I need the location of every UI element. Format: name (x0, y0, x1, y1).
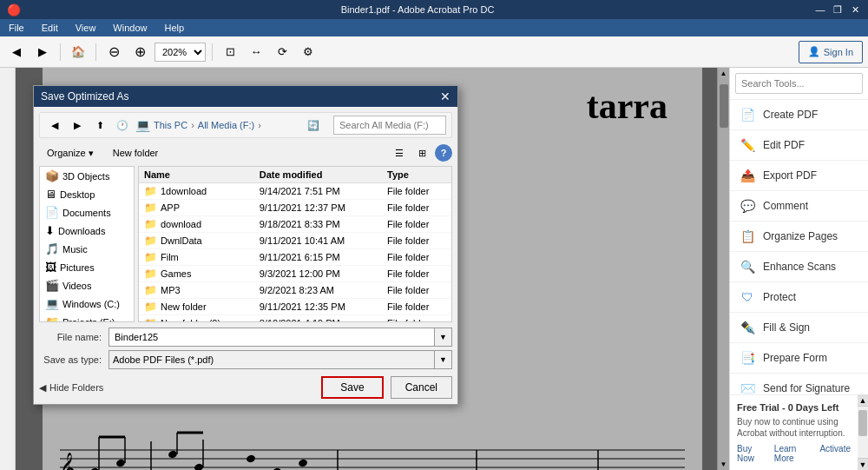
search-input[interactable] (333, 116, 446, 135)
right-scroll-down[interactable]: ▼ (858, 458, 868, 470)
tool-item[interactable]: 📋 Organize Pages (730, 222, 868, 252)
table-row[interactable]: 📁MP3 9/2/2021 8:23 AM File folder (139, 282, 451, 299)
fit-width-button[interactable]: ↔ (245, 41, 267, 63)
tool-item[interactable]: ✉️ Send for Signature (730, 374, 868, 394)
table-row[interactable]: 📁Games 9/3/2021 12:00 PM File folder (139, 266, 451, 282)
sidebar-item-documents[interactable]: 📄 Documents (40, 203, 134, 222)
view-details-button[interactable]: ⊞ (412, 143, 431, 162)
sidebar-item-music[interactable]: 🎵 Music (40, 240, 134, 258)
nav-up-button[interactable]: ⬆ (90, 116, 109, 135)
pdf-area: tarra (16, 68, 729, 470)
home-button[interactable]: 🏠 (67, 41, 89, 63)
table-row[interactable]: 📁1download 9/14/2021 7:51 PM File folder (139, 183, 451, 200)
tool-label: Prepare Form (763, 352, 827, 364)
tool-item[interactable]: 💬 Comment (730, 191, 868, 222)
table-row[interactable]: 📁DwnlData 9/11/2021 10:41 AM File folder (139, 233, 451, 249)
save-button[interactable]: Save (321, 376, 383, 399)
table-row[interactable]: 📁New folder 9/11/2021 12:35 PM File fold… (139, 299, 451, 315)
tool-item[interactable]: ✏️ Edit PDF (730, 130, 868, 161)
nav-path-this-pc[interactable]: This PC (154, 120, 187, 130)
zoom-in-button[interactable]: ⊕ (128, 41, 151, 63)
sidebar-item-windows-c[interactable]: 💻 Windows (C:) (40, 295, 134, 313)
right-scroll-thumb[interactable] (858, 410, 867, 436)
help-button[interactable]: ? (435, 144, 452, 162)
nav-back-button[interactable]: ◀ (45, 116, 64, 135)
separator (60, 43, 61, 61)
menu-edit[interactable]: Edit (38, 22, 62, 34)
sidebar-label: Pictures (60, 262, 95, 273)
tool-item[interactable]: 📄 Create PDF (730, 100, 868, 130)
maximize-button[interactable]: ❐ (832, 3, 844, 16)
zoom-selector[interactable]: 202% 100% 150% (155, 43, 206, 62)
downloads-icon: ⬇ (45, 224, 55, 237)
fit-page-button[interactable]: ⊡ (219, 41, 241, 63)
tool-item[interactable]: ✒️ Fill & Sign (730, 313, 868, 343)
tool-item[interactable]: 🔍 Enhance Scans (730, 252, 868, 282)
menu-help[interactable]: Help (161, 22, 187, 34)
saveas-dropdown[interactable]: ▼ (435, 350, 452, 369)
minimize-button[interactable]: — (814, 3, 826, 16)
learn-more-link[interactable]: Learn More (774, 444, 813, 463)
file-name-cell: 📁Games (139, 266, 254, 282)
right-panel-scrollbar[interactable]: ▲ ▼ (858, 394, 868, 470)
tool-icon: 🔍 (739, 258, 756, 275)
tool-item[interactable]: 📑 Prepare Form (730, 343, 868, 374)
tool-icon: ✏️ (739, 136, 756, 154)
tool-label: Export PDF (763, 169, 817, 182)
forward-button[interactable]: ▶ (31, 41, 54, 63)
tools-button[interactable]: ⚙ (297, 41, 319, 63)
cancel-button[interactable]: Cancel (391, 376, 452, 399)
table-row[interactable]: 📁Film 9/11/2021 6:15 PM File folder (139, 249, 451, 266)
tool-icon: ✉️ (739, 380, 756, 394)
tool-item[interactable]: 🛡 Protect (730, 282, 868, 313)
nav-bar: ◀ ▶ ⬆ 🕐 💻 This PC › All Media (F:) › 🔄 (39, 112, 452, 138)
menu-view[interactable]: View (72, 22, 100, 34)
sidebar-item-downloads[interactable]: ⬇ Downloads (40, 222, 134, 240)
desktop-icon: 🖥 (45, 188, 56, 201)
file-name-cell: 📁Film (139, 249, 254, 266)
rotate-button[interactable]: ⟳ (271, 41, 293, 63)
table-row[interactable]: 📁APP 9/11/2021 12:37 PM File folder (139, 200, 451, 216)
filename-input[interactable] (108, 328, 435, 347)
table-row[interactable]: 📁download 9/18/2021 8:33 PM File folder (139, 216, 451, 233)
new-folder-button[interactable]: New folder (105, 143, 167, 162)
menu-window[interactable]: Window (109, 22, 150, 34)
sign-in-button[interactable]: 👤 Sign In (799, 41, 863, 63)
tool-item[interactable]: 📤 Export PDF (730, 161, 868, 191)
back-button[interactable]: ◀ (5, 41, 28, 63)
col-date[interactable]: Date modified (254, 167, 382, 183)
drive-icon: 💻 (45, 297, 59, 310)
nav-forward-button[interactable]: ▶ (68, 116, 87, 135)
buy-now-link[interactable]: Buy Now (737, 444, 767, 463)
tool-icon: 🛡 (739, 288, 756, 306)
tool-label: Comment (763, 200, 808, 212)
sidebar-item-desktop[interactable]: 🖥 Desktop (40, 185, 134, 203)
table-row[interactable]: 📁New folder (2) 8/12/2021 4:19 PM File f… (139, 315, 451, 323)
sidebar-item-videos[interactable]: 🎬 Videos (40, 276, 134, 295)
activate-link[interactable]: Activate (819, 444, 851, 463)
sidebar-item-pictures[interactable]: 🖼 Pictures (40, 258, 134, 276)
zoom-out-button[interactable]: ⊖ (102, 41, 125, 63)
nav-path: 💻 This PC › All Media (F:) › (135, 118, 300, 132)
col-name[interactable]: Name (139, 167, 254, 183)
col-type[interactable]: Type (382, 167, 451, 183)
window-controls: — ❐ ✕ (814, 3, 861, 16)
hide-folders-button[interactable]: ◀ Hide Folders (39, 382, 103, 394)
close-button[interactable]: ✕ (849, 3, 861, 16)
sidebar-item-3d[interactable]: 📦 3D Objects (40, 167, 134, 185)
file-name-cell: 📁1download (139, 183, 254, 200)
nav-path-all-media[interactable]: All Media (F:) (198, 120, 254, 130)
menu-file[interactable]: File (5, 22, 28, 34)
tools-search-input[interactable] (735, 73, 863, 94)
file-date-cell: 8/12/2021 4:19 PM (254, 315, 382, 323)
organize-button[interactable]: Organize ▾ (39, 143, 102, 162)
dialog-close-button[interactable]: ✕ (440, 89, 450, 103)
filename-dropdown[interactable]: ▼ (435, 328, 452, 347)
nav-recent-button[interactable]: 🕐 (113, 116, 132, 135)
file-name-cell: 📁download (139, 216, 254, 233)
view-toggle-button[interactable]: ☰ (390, 143, 409, 162)
sidebar-item-projects-e[interactable]: 📁 Projects (E:) (40, 313, 134, 322)
nav-path-home: 💻 (135, 118, 150, 132)
nav-refresh-button[interactable]: 🔄 (304, 116, 323, 135)
right-scroll-up[interactable]: ▲ (858, 394, 868, 407)
